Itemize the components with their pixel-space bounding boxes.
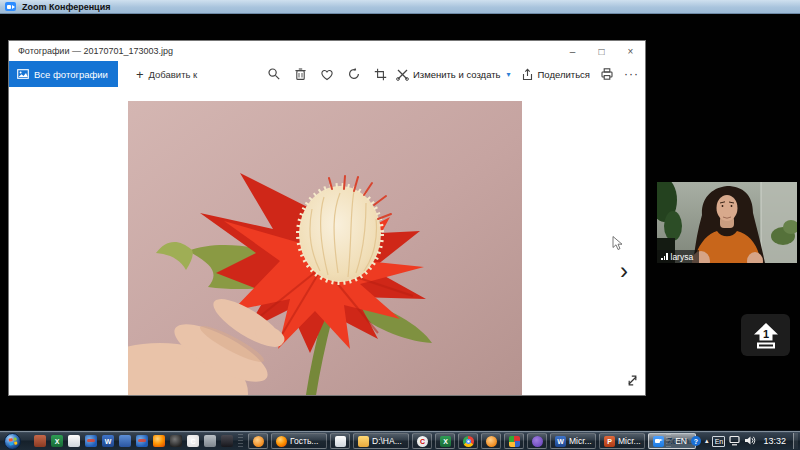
participant-name-badge: larysa [657,250,699,263]
photos-window-title: Фотографии — 20170701_173003.jpg [9,46,558,56]
powerpoint-icon: P [604,436,615,447]
excel-icon[interactable]: X [51,435,63,447]
mouse-cursor [612,236,623,251]
taskbar-button-firefox[interactable]: Гость... [271,433,327,449]
fullscreen-expand-icon[interactable] [626,373,639,391]
all-photos-label: Все фотографии [34,69,108,80]
firefox-icon [276,436,287,447]
favorite-heart-icon[interactable] [320,68,334,81]
photos-app-window: Фотографии — 20170701_173003.jpg – □ × В… [8,40,646,396]
share-button[interactable]: Поделиться [521,68,590,81]
windows-logo-icon [9,437,18,445]
pinned-app-icon[interactable] [119,435,131,447]
folder-icon [358,436,369,447]
zoom-app-icon [5,2,16,11]
start-button[interactable] [4,433,21,450]
zoom-window-titlebar[interactable]: Zoom Конференция [0,0,800,14]
pinned-app-icon[interactable] [170,435,182,447]
participant-name: larysa [671,252,694,262]
taskbar-window-buttons: Гость... D:\НА... C X W Micr... P Micr..… [248,433,696,449]
zoom-window-title: Zoom Конференция [22,2,110,12]
taskbar-button-chrome[interactable] [458,433,478,449]
upload-arrow-icon: 1 [751,322,781,349]
firefox-icon[interactable] [153,435,165,447]
taskbar-clock[interactable]: 13:32 [760,436,789,446]
browser-globe-icon[interactable] [136,435,148,447]
photo-gallery-icon [17,69,29,79]
system-tray: EN ? ▴ En 13:32 [666,433,798,449]
taskbar-button-word[interactable]: W Micr... [550,433,596,449]
taskbar-button-excel[interactable]: X [435,433,455,449]
volume-tray-icon[interactable] [744,432,756,450]
screen-share-indicator-button[interactable]: 1 [741,314,790,356]
photo-viewer: › [9,87,645,395]
edit-create-icon [396,68,409,81]
more-options-button[interactable]: ··· [624,67,639,81]
close-button[interactable]: × [616,41,645,61]
chevron-down-icon: ▾ [507,70,511,79]
taskbar-button-app[interactable] [504,433,524,449]
word-icon[interactable]: W [102,435,114,447]
plus-icon: + [136,68,144,81]
tray-divider [666,434,671,448]
edit-create-label: Изменить и создать [413,69,501,80]
share-icon [521,68,534,81]
screen-share-area: Фотографии — 20170701_173003.jpg – □ × В… [0,14,800,430]
quick-launch-bar: X W C [34,435,233,447]
windows-taskbar: X W C Гость... D:\НА... C X [0,430,800,450]
photo-flower [128,101,522,395]
rotate-icon[interactable] [347,67,361,81]
taskbar-divider [238,434,243,448]
print-icon[interactable] [600,67,614,81]
next-photo-button[interactable]: › [612,259,636,283]
show-desktop-button[interactable] [793,433,798,449]
zoom-in-icon[interactable] [267,67,281,81]
taskbar-button-notepad[interactable] [330,433,350,449]
word-icon: W [555,436,566,447]
zoom-app-icon [653,436,664,447]
taskbar-button-security[interactable]: C [412,433,432,449]
media-app-icon[interactable] [221,435,233,447]
add-to-button[interactable]: + Добавить к [126,61,207,87]
share-count: 1 [762,327,768,339]
show-hidden-icons-button[interactable]: ▴ [705,437,709,445]
taskbar-button-app[interactable] [248,433,268,449]
minimize-button[interactable]: – [558,41,587,61]
photos-titlebar[interactable]: Фотографии — 20170701_173003.jpg – □ × [9,41,645,61]
help-tray-icon[interactable]: ? [691,436,701,446]
share-label: Поделиться [538,69,590,80]
taskbar-button-powerpoint[interactable]: P Micr... [599,433,645,449]
keyboard-layout-indicator[interactable]: En [712,436,725,447]
taskbar-button-viber[interactable] [527,433,547,449]
crop-icon[interactable] [374,68,387,81]
pinned-app-icon[interactable] [204,435,216,447]
taskbar-button-explorer[interactable]: D:\НА... [353,433,409,449]
edit-create-button[interactable]: Изменить и создать ▾ [396,68,511,81]
notepad-icon[interactable] [68,435,80,447]
screen: Zoom Конференция Фотографии — 20170701_1… [0,0,800,450]
maximize-button[interactable]: □ [587,41,616,61]
language-indicator[interactable]: EN [675,436,687,446]
all-photos-button[interactable]: Все фотографии [9,61,118,87]
taskbar-button-app[interactable] [481,433,501,449]
network-tray-icon[interactable] [729,432,740,450]
pinned-app-icon[interactable] [34,435,46,447]
webcam-video-tile[interactable]: larysa [657,182,797,263]
add-to-label: Добавить к [148,69,197,80]
browser-globe-icon[interactable] [85,435,97,447]
photos-toolbar: Все фотографии + Добавить к [9,61,645,87]
security-app-icon[interactable]: C [187,435,199,447]
delete-icon[interactable] [294,67,307,81]
audio-signal-icon [661,253,668,260]
